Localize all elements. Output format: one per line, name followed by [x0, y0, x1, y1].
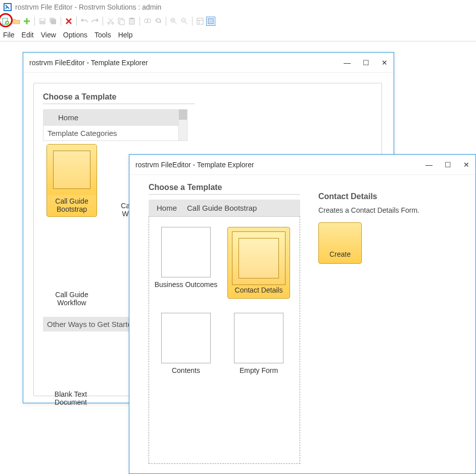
- divider: [43, 104, 195, 104]
- zoom-in-icon[interactable]: [169, 17, 178, 26]
- details-description: Creates a Contact Details Form.: [318, 206, 465, 214]
- template-label: Blank Text Document: [55, 390, 87, 406]
- template-business-outcomes[interactable]: Business Outcomes: [153, 227, 219, 299]
- cut-icon[interactable]: [106, 17, 115, 26]
- toolbar: [0, 14, 476, 28]
- scrollbar[interactable]: [179, 109, 187, 141]
- toolbar-separator: [103, 17, 103, 26]
- menu-file[interactable]: File: [3, 31, 15, 39]
- template-explorer-dialog-front: rostrvm FileEditor - Template Explorer —…: [129, 154, 476, 474]
- toolbar-separator: [166, 17, 166, 26]
- template-blank-text-document[interactable]: Blank Text Document: [43, 337, 99, 406]
- menu-edit[interactable]: Edit: [22, 31, 34, 39]
- add-icon[interactable]: [22, 17, 31, 26]
- svg-rect-13: [130, 18, 133, 19]
- dialog-titlebar: rostrvm FileEditor - Template Explorer —…: [129, 155, 475, 175]
- dialog-titlebar: rostrvm FileEditor - Template Explorer —…: [23, 53, 394, 73]
- close-button[interactable]: ✕: [382, 59, 388, 67]
- delete-icon[interactable]: [64, 17, 73, 26]
- view-icon[interactable]: [206, 17, 215, 26]
- save-icon[interactable]: [38, 17, 47, 26]
- breadcrumb: Home: [43, 109, 179, 126]
- svg-point-15: [148, 19, 151, 23]
- maximize-button[interactable]: ☐: [363, 59, 369, 67]
- minimize-button[interactable]: —: [425, 161, 433, 169]
- template-call-guide-workflow[interactable]: Call Guide Workflow: [44, 233, 100, 307]
- toolbar-separator: [192, 17, 193, 26]
- close-button[interactable]: ✕: [463, 161, 469, 169]
- template-label: Contact Details: [232, 286, 285, 294]
- titlebar: rostrvm File Editor - Rostrvm Solutions …: [0, 0, 476, 14]
- toolbar-separator: [139, 17, 140, 26]
- svg-rect-18: [197, 18, 203, 24]
- save-all-icon[interactable]: [49, 17, 58, 26]
- toolbar-separator: [34, 17, 35, 26]
- svg-rect-5: [40, 19, 44, 21]
- svg-rect-7: [51, 19, 56, 24]
- refresh-icon[interactable]: [154, 17, 163, 26]
- copy-icon[interactable]: [117, 17, 126, 26]
- toolbar-separator: [61, 17, 61, 26]
- menubar: File Edit View Options Tools Help: [0, 28, 476, 41]
- svg-rect-11: [120, 20, 124, 25]
- menu-help[interactable]: Help: [118, 31, 133, 39]
- breadcrumb-category[interactable]: Call Guide Bootstrap: [187, 204, 257, 212]
- open-icon[interactable]: [12, 17, 21, 26]
- details-title: Contact Details: [318, 192, 465, 201]
- app-icon: [3, 3, 12, 12]
- maximize-button[interactable]: ☐: [445, 161, 451, 169]
- breadcrumb: Home Call Guide Bootstrap: [149, 200, 300, 216]
- menu-options[interactable]: Options: [63, 31, 87, 39]
- dialog-title: rostrvm FileEditor - Template Explorer: [29, 59, 148, 67]
- template-label: Contents: [172, 366, 200, 374]
- create-button[interactable]: Create: [318, 222, 362, 264]
- svg-rect-19: [208, 19, 214, 24]
- window-title: rostrvm File Editor - Rostrvm Solutions …: [15, 3, 161, 11]
- template-label: Business Outcomes: [155, 280, 218, 289]
- layout-icon[interactable]: [196, 17, 205, 26]
- svg-point-14: [145, 19, 148, 23]
- zoom-out-icon[interactable]: [180, 17, 189, 26]
- create-button-label: Create: [329, 250, 351, 258]
- new-template-icon[interactable]: [1, 17, 10, 26]
- undo-icon[interactable]: [80, 17, 89, 26]
- toolbar-separator: [76, 17, 77, 26]
- dialog-title: rostrvm FileEditor - Template Explorer: [135, 161, 254, 169]
- breadcrumb-home[interactable]: Home: [58, 113, 78, 122]
- minimize-button[interactable]: —: [344, 59, 351, 67]
- menu-tools[interactable]: Tools: [94, 31, 111, 39]
- template-label: Call Guide Workflow: [55, 291, 88, 307]
- find-icon[interactable]: [143, 17, 152, 26]
- menu-view[interactable]: View: [41, 31, 56, 39]
- choose-template-heading: Choose a Template: [149, 183, 300, 192]
- choose-template-heading: Choose a Template: [43, 92, 372, 102]
- template-label: Empty Form: [240, 366, 278, 374]
- divider: [149, 194, 300, 195]
- template-empty-form[interactable]: Empty Form: [226, 313, 292, 374]
- template-call-guide-bootstrap[interactable]: Call Guide Bootstrap: [44, 144, 100, 218]
- section-template-categories: Template Categories: [43, 126, 179, 141]
- template-contents[interactable]: Contents: [153, 313, 219, 374]
- template-contact-details[interactable]: Contact Details: [226, 227, 292, 299]
- breadcrumb-home[interactable]: Home: [157, 204, 177, 212]
- template-label: Call Guide Bootstrap: [47, 196, 97, 216]
- paste-icon[interactable]: [127, 17, 136, 26]
- redo-icon[interactable]: [90, 17, 100, 26]
